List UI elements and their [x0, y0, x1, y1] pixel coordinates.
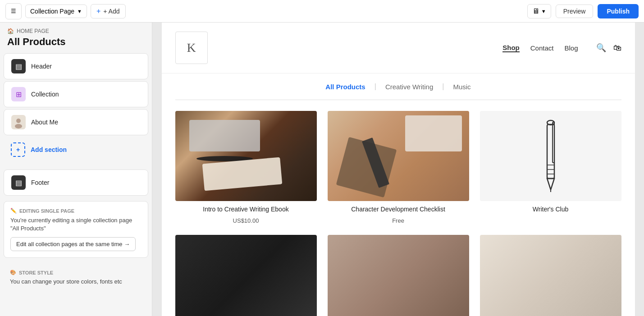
product-card-3[interactable]: Writer's Club [480, 111, 621, 224]
edit-all-collection-button[interactable]: Edit all collection pages at the same ti… [10, 237, 136, 251]
sidebar-sections: ▤ Header ⊞ Collection About Me + Add sec… [0, 53, 152, 162]
page-title: All Products [0, 36, 152, 53]
sidebar-item-header[interactable]: ▤ Header [4, 53, 148, 79]
store-style-text: You can change your store colors, fonts … [10, 278, 142, 285]
collection-label: Collection [31, 91, 59, 98]
header-label: Header [31, 63, 52, 70]
svg-rect-3 [553, 122, 554, 163]
add-button[interactable]: + + Add [91, 4, 126, 18]
product-card-2[interactable]: Character Development Checklist Free [328, 111, 469, 224]
page-selector[interactable]: Collection Page ▼ [25, 5, 87, 18]
product-name-3: Writer's Club [533, 206, 568, 213]
add-section-label: Add section [31, 146, 67, 153]
preview-label: Preview [563, 8, 586, 15]
breadcrumb-label: HOME PAGE [17, 28, 49, 34]
add-section-icon: + [11, 142, 25, 157]
canvas-inner: K Shop Contact Blog 🔍 🛍 All Products | C… [162, 23, 635, 316]
site-logo: K [175, 32, 208, 64]
hamburger-icon: ☰ [11, 8, 16, 14]
product-image-1 [175, 111, 317, 201]
monitor-icon: 🖥 [532, 7, 539, 15]
tab-creative-writing[interactable]: Creative Writing [376, 83, 442, 91]
preview-button[interactable]: Preview [556, 5, 594, 18]
product-image-3 [480, 111, 621, 201]
product-image-2 [328, 111, 469, 201]
nav-link-blog[interactable]: Blog [564, 44, 578, 52]
main-layout: 🏠 HOME PAGE All Products ▤ Header ⊞ Coll… [0, 23, 644, 316]
footer-label: Footer [31, 179, 49, 186]
collection-tabs: All Products | Creative Writing | Music [175, 73, 621, 100]
editing-single-page-title: ✏️ EDITING SINGLE PAGE [10, 208, 142, 214]
add-section-item[interactable]: + Add section [4, 137, 148, 162]
product-image-4 [175, 235, 317, 316]
editing-single-page-text: You're currently editing a single collec… [10, 216, 142, 233]
product-image-6 [480, 235, 621, 316]
sidebar-item-footer[interactable]: ▤ Footer [4, 169, 148, 196]
topbar-right: 🖥 ▼ Preview Publish [527, 4, 639, 18]
sidebar-item-about-me[interactable]: About Me [4, 109, 148, 135]
svg-point-0 [16, 119, 21, 123]
publish-button[interactable]: Publish [598, 4, 639, 18]
header-icon: ▤ [11, 59, 26, 73]
search-icon[interactable]: 🔍 [596, 43, 606, 53]
product-card-1[interactable]: Intro to Creative Writing Ebook US$10.00 [175, 111, 317, 224]
svg-point-1 [15, 124, 22, 128]
topbar: ☰ Collection Page ▼ + + Add 🖥 ▼ Preview … [0, 0, 644, 23]
page-selector-label: Collection Page [30, 8, 74, 15]
product-name-2: Character Development Checklist [351, 206, 445, 213]
cart-icon[interactable]: 🛍 [613, 43, 621, 53]
product-name-1: Intro to Creative Writing Ebook [203, 206, 288, 213]
hamburger-button[interactable]: ☰ [5, 3, 22, 19]
logo-text: K [187, 41, 196, 55]
chevron-down-icon: ▼ [77, 9, 82, 14]
nav-link-contact[interactable]: Contact [530, 44, 554, 52]
product-card-4[interactable] [175, 235, 317, 316]
products-grid: Intro to Creative Writing Ebook US$10.00… [162, 100, 635, 316]
tab-music[interactable]: Music [444, 83, 480, 91]
svg-marker-5 [547, 179, 554, 190]
edit-all-label: Edit all collection pages at the same ti… [16, 241, 130, 247]
product-card-5[interactable] [328, 235, 469, 316]
about-me-icon [11, 115, 26, 129]
palette-icon: 🎨 [10, 270, 16, 275]
svg-rect-2 [547, 124, 554, 179]
device-selector[interactable]: 🖥 ▼ [527, 4, 551, 18]
sidebar-item-collection[interactable]: ⊞ Collection [4, 81, 148, 107]
sidebar-divider [0, 162, 152, 169]
chevron-down-icon: ▼ [541, 9, 546, 14]
breadcrumb: 🏠 HOME PAGE [0, 23, 152, 36]
product-price-1: US$10.00 [233, 217, 259, 224]
tab-all-products[interactable]: All Products [316, 83, 374, 91]
home-icon: 🏠 [7, 28, 14, 34]
product-image-5 [328, 235, 469, 316]
product-card-6[interactable] [480, 235, 621, 316]
publish-label: Publish [607, 8, 630, 15]
site-nav: Shop Contact Blog 🔍 🛍 [502, 43, 621, 53]
product-price-2: Free [392, 217, 404, 224]
about-me-label: About Me [31, 119, 58, 126]
add-label: + Add [103, 8, 119, 15]
topbar-left: ☰ Collection Page ▼ + + Add [5, 3, 524, 19]
edit-icon: ✏️ [10, 208, 17, 214]
plus-icon: + [96, 7, 100, 15]
sidebar-info: ✏️ EDITING SINGLE PAGE You're currently … [4, 201, 148, 258]
store-style-title: 🎨 STORE STYLE [10, 270, 142, 275]
canvas: K Shop Contact Blog 🔍 🛍 All Products | C… [152, 23, 644, 316]
footer-icon: ▤ [11, 175, 26, 190]
site-header: K Shop Contact Blog 🔍 🛍 [162, 23, 635, 73]
nav-icons: 🔍 🛍 [596, 43, 621, 53]
sidebar: 🏠 HOME PAGE All Products ▤ Header ⊞ Coll… [0, 23, 152, 316]
sidebar-store-style: 🎨 STORE STYLE You can change your store … [4, 263, 148, 291]
nav-link-shop[interactable]: Shop [502, 44, 520, 52]
collection-icon: ⊞ [11, 87, 26, 101]
